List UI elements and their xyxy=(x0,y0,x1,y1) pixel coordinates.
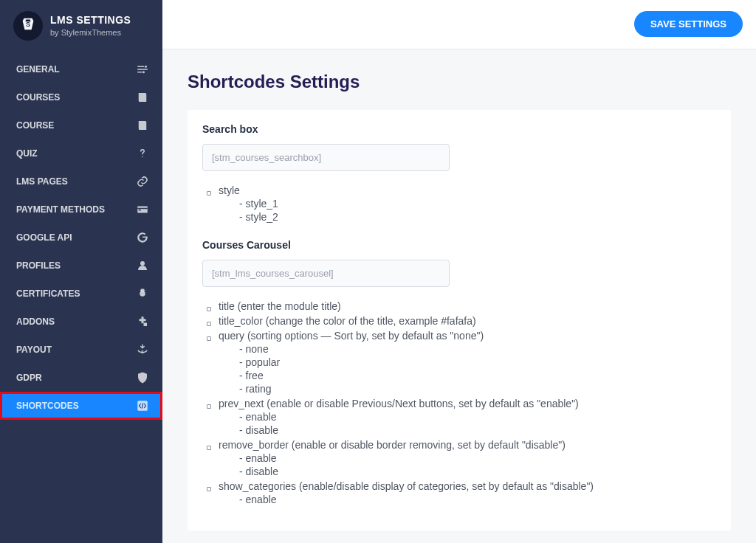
sidebar-item-quiz[interactable]: QUIZ xyxy=(0,139,162,167)
sidebar-item-course[interactable]: COURSE xyxy=(0,111,162,139)
link-icon xyxy=(136,175,149,188)
brand-logo: S xyxy=(13,11,43,41)
sidebar-item-label: CERTIFICATES xyxy=(16,288,80,299)
plugin-icon xyxy=(136,315,149,328)
sidebar-item-label: PAYOUT xyxy=(16,345,52,355)
sidebar-item-label: PAYMENT METHODS xyxy=(16,204,105,215)
book-icon xyxy=(136,91,149,104)
sidebar-item-label: QUIZ xyxy=(16,148,38,159)
sidebar-item-label: LMS PAGES xyxy=(16,176,68,187)
attr-item: prev_next (enable or disable Previous/Ne… xyxy=(207,398,716,436)
badge-icon xyxy=(136,287,149,300)
attr-value: - rating xyxy=(239,383,716,395)
sidebar-item-label: GOOGLE API xyxy=(16,232,72,243)
attr-list: style- style_1- style_2 xyxy=(202,184,716,223)
question-icon xyxy=(136,147,149,160)
sidebar-item-general[interactable]: GENERAL xyxy=(0,55,162,83)
sidebar: S LMS SETTINGS by StylemixThemes GENERAL… xyxy=(0,0,162,543)
sidebar-item-google-api[interactable]: GOOGLE API xyxy=(0,224,162,252)
sidebar-item-profiles[interactable]: PROFILES xyxy=(0,252,162,280)
sliders-icon xyxy=(136,63,149,76)
attr-list: title (enter the module title)title_colo… xyxy=(202,300,716,505)
attr-values: - style_1- style_2 xyxy=(219,198,716,223)
attr-value: - enable xyxy=(239,411,716,423)
sidebar-item-label: GDPR xyxy=(16,373,42,383)
attr-values: - enable xyxy=(219,494,716,505)
attr-value: - enable xyxy=(239,452,716,464)
page-title: Shortcodes Settings xyxy=(188,72,731,92)
sidebar-item-courses[interactable]: COURSES xyxy=(0,83,162,111)
attr-values: - enable- disable xyxy=(219,452,716,477)
sidebar-nav: GENERALCOURSESCOURSEQUIZLMS PAGESPAYMENT… xyxy=(0,55,162,420)
attr-item: title (enter the module title) xyxy=(207,300,716,312)
payout-icon xyxy=(136,343,149,356)
content: Shortcodes Settings Search boxstyle- sty… xyxy=(162,49,756,543)
section-title: Courses Carousel xyxy=(202,239,716,251)
shortcode-section: Courses Carouseltitle (enter the module … xyxy=(202,239,716,505)
attr-value: - disable xyxy=(239,424,716,436)
logo-icon: S xyxy=(20,16,36,35)
attr-value: - none xyxy=(239,343,716,355)
attr-values: - enable- disable xyxy=(219,411,716,436)
sidebar-item-label: PROFILES xyxy=(16,260,61,271)
svg-text:S: S xyxy=(26,21,30,28)
topbar: SAVE SETTINGS xyxy=(162,0,756,49)
brand-subtitle: by StylemixThemes xyxy=(50,28,131,37)
attr-value: - popular xyxy=(239,356,716,368)
attr-item: show_categories (enable/disable display … xyxy=(207,480,716,505)
sidebar-item-payout[interactable]: PAYOUT xyxy=(0,336,162,364)
brand-title: LMS SETTINGS xyxy=(50,15,131,26)
shortcode-section: Search boxstyle- style_1- style_2 xyxy=(202,123,716,223)
sidebar-item-gdpr[interactable]: GDPR xyxy=(0,364,162,392)
attr-values: - none- popular- free- rating xyxy=(219,343,716,395)
save-settings-button[interactable]: SAVE SETTINGS xyxy=(634,11,743,37)
sidebar-item-addons[interactable]: ADDONS xyxy=(0,308,162,336)
sidebar-item-label: COURSE xyxy=(16,120,54,131)
attr-value: - style_2 xyxy=(239,211,716,223)
attr-value: - style_1 xyxy=(239,198,716,210)
attr-value: - free xyxy=(239,370,716,381)
sidebar-item-label: ADDONS xyxy=(16,317,55,327)
sidebar-item-certificates[interactable]: CERTIFICATES xyxy=(0,280,162,308)
section-title: Search box xyxy=(202,123,716,135)
settings-panel: Search boxstyle- style_1- style_2Courses… xyxy=(188,110,731,530)
sidebar-item-shortcodes[interactable]: SHORTCODES xyxy=(0,392,162,420)
brand: S LMS SETTINGS by StylemixThemes xyxy=(0,0,162,55)
attr-value: - disable xyxy=(239,466,716,477)
google-icon xyxy=(136,231,149,244)
sidebar-item-label: GENERAL xyxy=(16,64,60,75)
sidebar-item-payment-methods[interactable]: PAYMENT METHODS xyxy=(0,196,162,224)
attr-item: style- style_1- style_2 xyxy=(207,184,716,223)
shield-icon xyxy=(136,371,149,384)
book-icon xyxy=(136,119,149,132)
attr-item: query (sorting options — Sort by, set by… xyxy=(207,330,716,395)
attr-item: remove_border (enable or disable border … xyxy=(207,439,716,477)
attr-value: - enable xyxy=(239,494,716,505)
shortcode-input[interactable] xyxy=(202,144,450,171)
sidebar-item-lms-pages[interactable]: LMS PAGES xyxy=(0,167,162,196)
attr-item: title_color (change the color of the tit… xyxy=(207,315,716,327)
shortcode-input[interactable] xyxy=(202,260,450,287)
sidebar-item-label: COURSES xyxy=(16,92,60,103)
user-icon xyxy=(136,259,149,272)
shortcode-icon xyxy=(136,399,149,412)
card-icon xyxy=(136,203,149,216)
sidebar-item-label: SHORTCODES xyxy=(16,401,79,411)
